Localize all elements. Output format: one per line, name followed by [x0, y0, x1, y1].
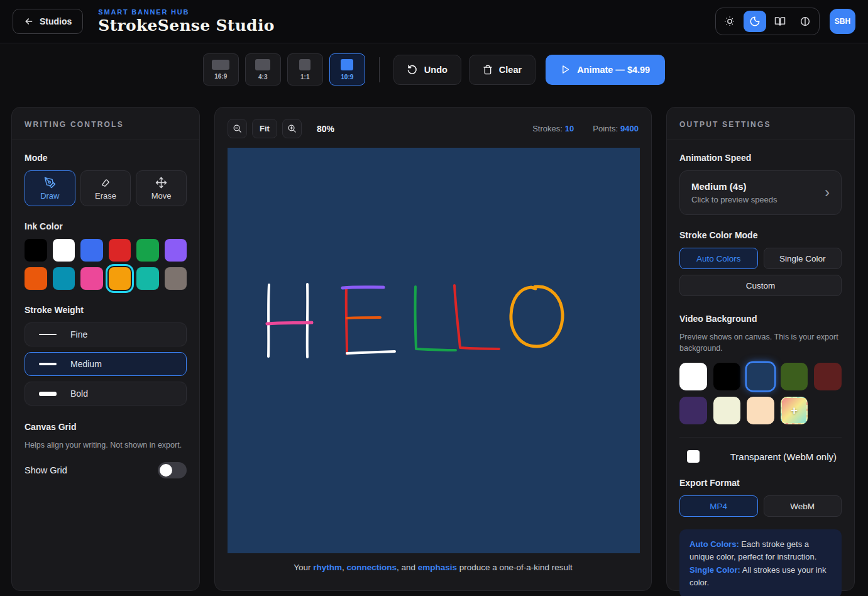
caption-text: Your	[294, 563, 313, 572]
canvas-stroke-8	[415, 287, 456, 350]
ink-color-blue[interactable]	[80, 239, 103, 262]
video-background-black[interactable]	[713, 363, 741, 390]
canvas-stroke-4	[346, 287, 347, 354]
canvas-stroke-5	[343, 287, 383, 288]
video-background-peach[interactable]	[747, 397, 774, 424]
show-grid-row: Show Grid	[25, 462, 187, 478]
canvas-grid-label: Canvas Grid	[25, 422, 187, 432]
stroke-weight-fine[interactable]: Fine	[25, 323, 187, 346]
mode-group: Draw Erase Move	[25, 170, 187, 206]
zoom-in-button[interactable]	[282, 119, 302, 138]
transparent-checkbox[interactable]	[687, 450, 700, 463]
fit-button[interactable]: Fit	[252, 119, 277, 138]
canvas-zoom-toolbar: Fit 80% Strokes:10 Points:9400	[215, 108, 651, 148]
export-format-label: Export Format	[679, 478, 842, 488]
ink-color-white[interactable]	[53, 239, 75, 262]
single-color-button[interactable]: Single Color	[764, 248, 842, 269]
animate-button[interactable]: Animate — $4.99	[546, 55, 665, 85]
info-auto-colors-term: Auto Colors:	[689, 539, 739, 549]
info-single-color-term: Single Color:	[689, 565, 740, 575]
toolbar-divider	[379, 57, 380, 82]
video-background-purple[interactable]	[679, 397, 707, 424]
video-background-cream[interactable]	[713, 397, 741, 424]
undo-button[interactable]: Undo	[393, 55, 461, 85]
weight-line-sample	[39, 363, 57, 365]
transparent-row: Transparent (WebM only)	[679, 437, 842, 463]
stroke-weight-option-label: Medium	[70, 359, 102, 369]
reading-mode-button[interactable]	[769, 11, 791, 32]
animation-speed-card[interactable]: Medium (4s) Click to preview speeds ›	[679, 170, 842, 215]
plus-icon: +	[791, 404, 798, 417]
weight-line-sample	[39, 334, 57, 335]
pen-icon	[44, 177, 56, 189]
drawing-canvas[interactable]	[228, 148, 640, 553]
video-background-navy[interactable]	[747, 363, 774, 390]
video-background-label: Video Background	[679, 314, 842, 324]
zoom-out-button[interactable]	[228, 119, 247, 138]
back-to-studios-button[interactable]: Studios	[13, 9, 83, 34]
mode-erase-label: Erase	[95, 191, 116, 201]
title-block: SMART BANNER HUB StrokeSense Studio	[98, 8, 274, 35]
ink-color-amber[interactable]	[109, 267, 131, 290]
ink-color-cyan[interactable]	[53, 267, 75, 290]
canvas-caption: Your rhythm, connections, and emphasis p…	[215, 563, 651, 572]
dark-mode-button[interactable]	[744, 11, 766, 32]
writing-controls-title: WRITING CONTROLS	[12, 108, 199, 140]
ink-color-green[interactable]	[136, 239, 159, 262]
export-format-group: MP4 WebM	[679, 495, 842, 517]
light-mode-button[interactable]	[718, 11, 741, 32]
mode-erase-button[interactable]: Erase	[80, 170, 131, 206]
aspect-ratio-10-9-button[interactable]: 10:9	[329, 53, 365, 86]
ink-color-teal[interactable]	[136, 267, 159, 290]
ink-color-black[interactable]	[25, 239, 47, 262]
video-background-white[interactable]	[679, 363, 707, 390]
aspect-ratio-label: 16:9	[214, 73, 227, 80]
canvas-stroke-9	[454, 285, 499, 349]
strokes-stat: Strokes:10	[532, 124, 574, 133]
aspect-ratio-thumbnail	[341, 59, 353, 70]
play-icon	[561, 65, 570, 74]
aspect-ratio-4-3-button[interactable]: 4:3	[245, 53, 281, 86]
show-grid-label: Show Grid	[25, 465, 67, 475]
ink-color-purple[interactable]	[165, 239, 187, 262]
aspect-ratio-label: 4:3	[258, 74, 267, 80]
animation-speed-label: Animation Speed	[679, 153, 842, 163]
stroke-weight-medium[interactable]: Medium	[25, 352, 187, 376]
custom-colors-button[interactable]: Custom	[679, 275, 842, 296]
aspect-ratio-1-1-button[interactable]: 1:1	[287, 53, 323, 86]
stroke-color-mode-group: Auto Colors Single Color	[679, 248, 842, 269]
stroke-weight-label: Stroke Weight	[25, 305, 187, 315]
book-icon	[774, 16, 786, 27]
zoom-in-icon	[287, 124, 297, 133]
clear-button[interactable]: Clear	[469, 55, 536, 85]
contrast-mode-button[interactable]	[794, 11, 816, 32]
aspect-ratio-16-9-button[interactable]: 16:9	[203, 53, 239, 86]
export-mp4-button[interactable]: MP4	[679, 495, 758, 517]
ink-color-gray[interactable]	[165, 267, 187, 290]
aspect-ratio-thumbnail	[212, 60, 229, 70]
animation-speed-hint: Click to preview speeds	[691, 195, 777, 204]
writing-controls-panel: WRITING CONTROLS Mode Draw Erase Move In…	[11, 107, 200, 591]
canvas-strokes	[228, 148, 640, 553]
arrow-left-icon	[24, 16, 34, 26]
canvas-stroke-7	[347, 351, 395, 353]
ink-color-pink[interactable]	[80, 267, 103, 290]
brand-eyebrow: SMART BANNER HUB	[98, 8, 274, 16]
avatar[interactable]: SBH	[830, 9, 855, 34]
video-background-description: Preview shows on canvas. This is your ex…	[679, 331, 842, 354]
video-background-maroon[interactable]	[814, 363, 842, 390]
stroke-weight-bold[interactable]: Bold	[25, 382, 187, 406]
caption-emphasis: emphasis	[418, 563, 457, 572]
video-background-custom-gradient[interactable]: +	[781, 397, 808, 424]
clear-label: Clear	[499, 65, 522, 75]
aspect-ratio-label: 1:1	[300, 74, 309, 80]
auto-colors-button[interactable]: Auto Colors	[679, 248, 758, 269]
export-webm-button[interactable]: WebM	[764, 495, 842, 517]
ink-color-orange[interactable]	[25, 267, 47, 290]
show-grid-toggle[interactable]	[158, 462, 187, 478]
mode-draw-button[interactable]: Draw	[25, 170, 75, 206]
ink-color-red[interactable]	[109, 239, 131, 262]
mode-move-button[interactable]: Move	[136, 170, 187, 206]
video-background-green[interactable]	[781, 363, 808, 390]
mode-move-label: Move	[151, 191, 172, 201]
